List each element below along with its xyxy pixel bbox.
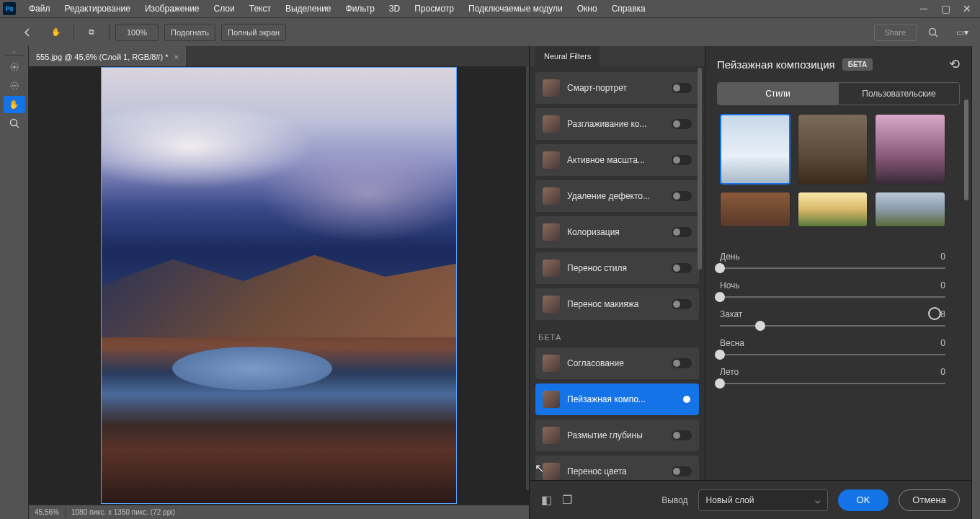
- preset-2[interactable]: [798, 114, 868, 185]
- filter-toggle[interactable]: [672, 83, 692, 93]
- slider-thumb[interactable]: [755, 321, 765, 331]
- slider-thumb[interactable]: [715, 292, 725, 302]
- menu-Слои[interactable]: Слои: [207, 1, 242, 16]
- menu-Просмотр[interactable]: Просмотр: [407, 1, 461, 16]
- preset-grid: [705, 114, 971, 227]
- filter-toggle[interactable]: [672, 299, 692, 309]
- filter-toggle[interactable]: [672, 394, 692, 404]
- filter-item[interactable]: Смарт-портрет: [535, 72, 699, 104]
- hand-icon[interactable]: ✋: [45, 24, 68, 41]
- fit-button[interactable]: Подогнать: [164, 24, 215, 41]
- workspace-switcher[interactable]: ▭▾: [950, 24, 974, 41]
- layers-icon[interactable]: ❐: [562, 493, 572, 507]
- status-zoom[interactable]: 45,56%: [35, 508, 59, 516]
- status-bar: 45,56% 1080 пикс. x 1350 пикс. (72 ppi) …: [29, 505, 529, 519]
- filter-thumb: [543, 391, 560, 408]
- slider-track[interactable]: [720, 267, 945, 269]
- menu-Фильтр[interactable]: Фильтр: [339, 1, 382, 16]
- filter-settings-panel: Пейзажная композиция БЕТА ⟲ Стили Пользо…: [705, 46, 971, 519]
- filter-toggle[interactable]: [672, 430, 692, 440]
- app-logo: Ps: [3, 2, 16, 15]
- filter-item[interactable]: Разглаживание ко...: [535, 108, 699, 140]
- filter-toggle[interactable]: [672, 227, 692, 237]
- menu-Редактирование[interactable]: Редактирование: [58, 1, 138, 16]
- home-back-icon[interactable]: [16, 24, 39, 41]
- zoom-display[interactable]: 100%: [115, 24, 159, 41]
- slider-track[interactable]: [720, 383, 945, 384]
- filter-thumb: [543, 223, 560, 241]
- slider-Ночь: Ночь0: [720, 280, 945, 298]
- menu-Файл[interactable]: Файл: [22, 1, 58, 16]
- filter-thumb: [543, 296, 560, 313]
- segment-control: Стили Пользовательские: [717, 82, 960, 105]
- filter-label: Перенос стиля: [567, 263, 664, 273]
- slider-label: Закат: [720, 309, 742, 319]
- canvas[interactable]: [101, 67, 457, 504]
- menu-Подключаемые модули[interactable]: Подключаемые модули: [461, 1, 570, 16]
- filter-thumb: [543, 463, 560, 480]
- slider-thumb[interactable]: [715, 263, 725, 273]
- slider-track[interactable]: [720, 325, 945, 327]
- filter-item[interactable]: Пейзажная компо...: [535, 383, 699, 415]
- menu-Выделение[interactable]: Выделение: [278, 1, 339, 16]
- zoom-tool[interactable]: [4, 115, 25, 132]
- windows-icon[interactable]: ⧉: [80, 24, 103, 41]
- ellipse-sub-tool[interactable]: [4, 77, 25, 94]
- slider-track[interactable]: [720, 296, 945, 298]
- filter-item[interactable]: Размытие глубины: [535, 420, 699, 451]
- filter-item[interactable]: Удаление дефекто...: [535, 180, 699, 212]
- tab-styles[interactable]: Стили: [718, 83, 839, 105]
- filter-toggle[interactable]: [672, 191, 692, 201]
- document-tab[interactable]: 555.jpg @ 45,6% (Слой 1, RGB/8#) * ×: [29, 46, 186, 66]
- search-icon[interactable]: [922, 24, 944, 41]
- ellipse-add-tool[interactable]: [4, 58, 25, 76]
- reset-icon[interactable]: ⟲: [949, 56, 960, 72]
- menu-3D[interactable]: 3D: [382, 1, 407, 16]
- filter-toggle[interactable]: [672, 155, 692, 165]
- slider-track[interactable]: [720, 354, 945, 355]
- share-button[interactable]: Share: [874, 24, 917, 41]
- ok-button[interactable]: OK: [838, 489, 889, 511]
- compare-icon[interactable]: ◧: [541, 493, 552, 507]
- strength-handle[interactable]: [928, 307, 941, 320]
- menu-Справка[interactable]: Справка: [605, 1, 653, 16]
- preset-1[interactable]: [720, 114, 790, 185]
- cancel-button[interactable]: Отмена: [899, 489, 960, 511]
- filter-thumb: [543, 115, 560, 133]
- collapsed-panels[interactable]: [971, 46, 980, 519]
- filter-item[interactable]: Согласование: [535, 347, 699, 379]
- tab-custom[interactable]: Пользовательские: [839, 83, 959, 105]
- menu-Текст[interactable]: Текст: [242, 1, 278, 16]
- panel-tab-neural[interactable]: Neural Filters: [535, 46, 600, 66]
- preset-4[interactable]: [720, 192, 790, 227]
- filter-toggle[interactable]: [672, 263, 692, 273]
- filter-label: Согласование: [567, 358, 664, 368]
- fullscreen-button[interactable]: Полный экран: [221, 24, 286, 41]
- menu-Изображение[interactable]: Изображение: [138, 1, 207, 16]
- filter-item[interactable]: Перенос стиля: [535, 252, 699, 284]
- filter-item[interactable]: Колоризация: [535, 216, 699, 248]
- minimize-button[interactable]: ─: [914, 1, 934, 16]
- filter-toggle[interactable]: [672, 466, 692, 476]
- filter-item[interactable]: Перенос макияжа: [535, 288, 699, 320]
- filter-thumb: [543, 151, 560, 169]
- filter-toggle[interactable]: [672, 119, 692, 129]
- close-icon[interactable]: ×: [174, 53, 178, 61]
- settings-scrollbar[interactable]: [964, 99, 970, 476]
- slider-thumb[interactable]: [715, 350, 725, 360]
- filter-title: Пейзажная композиция: [717, 58, 835, 71]
- preset-3[interactable]: [875, 114, 945, 185]
- panel-scrollbar[interactable]: [698, 68, 703, 518]
- svg-line-1: [935, 34, 938, 37]
- close-button[interactable]: ✕: [957, 1, 977, 16]
- filter-item[interactable]: Активное масшта...: [535, 144, 699, 176]
- maximize-button[interactable]: ▢: [935, 1, 956, 16]
- slider-thumb[interactable]: [715, 378, 725, 389]
- menu-Окно[interactable]: Окно: [570, 1, 605, 16]
- output-select[interactable]: Новый слой ⌵: [698, 489, 828, 511]
- preset-5[interactable]: [798, 192, 868, 227]
- filter-toggle[interactable]: [672, 358, 692, 368]
- hand-tool[interactable]: ✋: [4, 96, 25, 113]
- preset-6[interactable]: [875, 192, 945, 227]
- filter-thumb: [543, 260, 560, 277]
